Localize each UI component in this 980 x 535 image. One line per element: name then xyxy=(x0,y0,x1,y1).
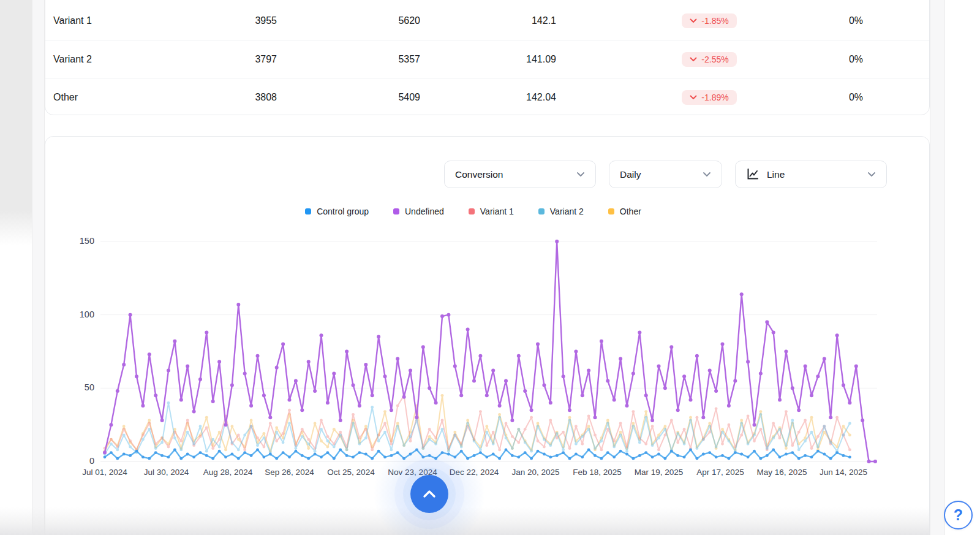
data-point xyxy=(491,369,495,373)
row-value-3: 141.09 xyxy=(420,54,576,65)
data-point xyxy=(205,416,208,419)
data-point xyxy=(804,454,807,457)
data-point xyxy=(791,419,794,422)
data-point xyxy=(434,401,438,404)
data-point xyxy=(123,428,126,431)
chevron-down-icon xyxy=(690,57,697,62)
data-point xyxy=(396,425,399,428)
data-point xyxy=(676,454,679,457)
data-point xyxy=(421,345,425,349)
data-point xyxy=(148,352,151,356)
data-point xyxy=(657,436,660,439)
data-point xyxy=(587,414,590,417)
data-point xyxy=(179,449,183,452)
data-point xyxy=(434,457,437,460)
data-point xyxy=(663,386,667,390)
data-point xyxy=(409,453,412,456)
data-point xyxy=(848,449,851,452)
data-point xyxy=(479,410,482,413)
change-badge: -2.55% xyxy=(682,52,736,67)
data-point xyxy=(543,446,546,449)
scroll-top-button[interactable] xyxy=(410,475,448,513)
row-value-1: 3955 xyxy=(221,15,277,26)
data-point xyxy=(765,321,769,324)
data-point xyxy=(728,423,731,427)
data-point xyxy=(428,435,431,438)
data-point xyxy=(740,434,743,437)
x-axis-tick-label: Sep 26, 2024 xyxy=(256,468,323,477)
data-point xyxy=(823,453,826,456)
data-point xyxy=(129,439,132,442)
data-point xyxy=(632,410,635,413)
data-point xyxy=(110,442,113,446)
data-point xyxy=(537,422,540,425)
x-axis-tick-label: Jul 01, 2024 xyxy=(71,468,138,477)
data-point xyxy=(740,453,743,456)
data-point xyxy=(619,422,622,425)
data-point xyxy=(772,330,775,334)
left-scrollbar-track[interactable] xyxy=(32,0,45,535)
data-point xyxy=(103,451,107,455)
data-point xyxy=(307,442,310,446)
data-point xyxy=(307,447,310,450)
data-point xyxy=(600,439,603,442)
data-point xyxy=(644,442,647,446)
data-point xyxy=(523,389,527,393)
data-point xyxy=(123,425,126,428)
data-point xyxy=(760,457,763,460)
data-point xyxy=(587,369,590,373)
data-point xyxy=(747,414,750,417)
x-axis-tick-label: Jun 14, 2025 xyxy=(810,468,877,477)
data-point xyxy=(835,416,839,419)
data-point xyxy=(600,340,603,343)
data-point xyxy=(721,431,724,434)
data-point xyxy=(797,431,801,434)
data-point xyxy=(708,451,711,454)
data-point xyxy=(492,442,495,446)
data-point xyxy=(110,451,113,454)
data-point xyxy=(510,419,514,422)
data-point xyxy=(485,425,488,428)
data-point xyxy=(339,449,342,452)
data-point xyxy=(498,449,501,452)
data-point xyxy=(861,419,864,422)
data-point xyxy=(186,453,189,456)
data-point xyxy=(453,364,457,368)
data-point xyxy=(243,371,247,375)
data-point xyxy=(383,410,386,413)
table-row: Variant 2 3797 5357 141.09 -2.55% 0% xyxy=(45,40,929,78)
data-point xyxy=(728,457,731,460)
right-scrollbar-track[interactable] xyxy=(930,0,945,535)
data-point xyxy=(689,416,692,419)
data-point xyxy=(810,416,813,419)
data-point xyxy=(797,449,801,452)
data-point xyxy=(148,419,151,422)
data-point xyxy=(301,435,304,438)
data-point xyxy=(524,428,527,431)
data-point xyxy=(250,454,253,457)
results-table: Variant 1 3955 5620 142.1 -1.85% 0% Vari… xyxy=(45,2,929,116)
data-point xyxy=(377,335,380,339)
data-point xyxy=(288,398,292,402)
data-point xyxy=(371,449,374,452)
data-point xyxy=(740,419,743,422)
chevron-down-icon xyxy=(690,95,697,100)
data-point xyxy=(575,442,578,446)
data-point xyxy=(275,457,278,460)
data-point xyxy=(804,419,807,422)
data-point xyxy=(358,451,361,454)
data-point xyxy=(160,454,164,457)
data-point xyxy=(473,439,476,442)
data-point xyxy=(236,303,240,306)
row-value-1: 3808 xyxy=(221,92,277,103)
data-point xyxy=(485,431,488,434)
data-point xyxy=(383,374,387,378)
data-point xyxy=(485,393,489,397)
data-point xyxy=(632,422,635,425)
x-axis-tick-label: Oct 25, 2024 xyxy=(317,468,385,477)
data-point xyxy=(186,419,189,422)
table-row: Variant 1 3955 5620 142.1 -1.85% 0% xyxy=(45,2,929,40)
help-button[interactable]: ? xyxy=(944,501,973,529)
data-point xyxy=(326,451,330,454)
data-point xyxy=(364,436,368,439)
